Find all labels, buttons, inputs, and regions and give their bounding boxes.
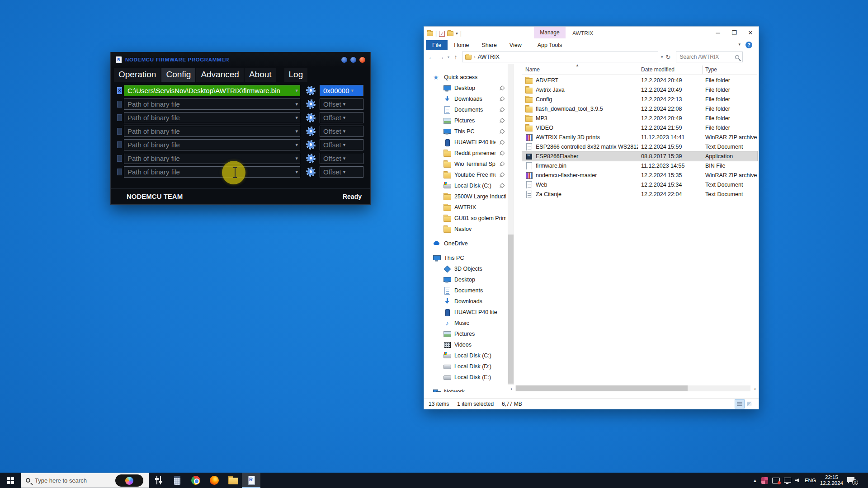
path-dropdown-chevron-icon[interactable]: ▾: [295, 101, 298, 107]
offset-field[interactable]: 0x00000▾: [320, 85, 363, 96]
taskbar-nodemcu-flasher-button[interactable]: [242, 473, 260, 488]
sidebar-item-pictures[interactable]: Pictures: [424, 115, 508, 126]
offset-dropdown-chevron-icon[interactable]: ▾: [343, 142, 346, 148]
gear-icon[interactable]: [306, 154, 316, 163]
sidebar-item-pictures[interactable]: Pictures: [424, 328, 508, 339]
file-row[interactable]: ADVERT12.2.2024 20:49File folder: [522, 75, 757, 85]
scroll-right-icon[interactable]: ›: [751, 386, 759, 391]
gear-icon[interactable]: [306, 167, 316, 177]
sidebar-item-huawei-p40-lite[interactable]: HUAWEI P40 lite: [424, 307, 508, 318]
gear-icon[interactable]: [306, 86, 316, 95]
forward-icon[interactable]: →: [438, 53, 445, 61]
sidebar-item-wio-terminal-spectrur[interactable]: Wio Terminal Spectrur: [424, 159, 508, 169]
row-checkbox[interactable]: [117, 101, 122, 108]
sidebar-item-huawei-p40-lite[interactable]: HUAWEI P40 lite: [424, 137, 508, 148]
file-row[interactable]: flash_download_tool_3.9.512.2.2024 22:08…: [522, 104, 757, 113]
nodemcu-titlebar[interactable]: NODEMCU FIRMWARE PROGRAMMER: [111, 53, 370, 66]
offset-dropdown-chevron-icon[interactable]: ▾: [343, 169, 346, 175]
sidebar-item-downloads[interactable]: Downloads: [424, 94, 508, 104]
offset-dropdown-chevron-icon[interactable]: ▾: [343, 115, 346, 121]
taskbar-file-explorer-button[interactable]: [223, 473, 242, 488]
row-checkbox[interactable]: [117, 128, 122, 135]
tab-log[interactable]: Log: [284, 68, 308, 82]
tab-file[interactable]: File: [426, 40, 448, 50]
offset-field[interactable]: Offset▾: [320, 99, 363, 110]
sidebar-item-3d-objects[interactable]: 3D Objects: [424, 263, 508, 274]
sidebar-item-local-disk-d-[interactable]: Local Disk (D:): [424, 361, 508, 372]
offset-field[interactable]: Offset▾: [320, 153, 363, 164]
offset-field[interactable]: Offset▾: [320, 112, 363, 123]
maximize-button[interactable]: [350, 57, 356, 63]
address-dropdown-chevron-icon[interactable]: ▾: [661, 55, 663, 59]
clock[interactable]: 22:15 12.2.2024: [820, 474, 843, 486]
path-dropdown-chevron-icon[interactable]: ▾: [295, 169, 298, 175]
sidebar-item-this-pc[interactable]: This PC: [424, 253, 508, 263]
binary-path-field[interactable]: Path of binary file▾: [124, 139, 300, 150]
file-row[interactable]: VIDEO12.2.2024 21:59File folder: [522, 123, 757, 132]
help-icon[interactable]: ?: [745, 42, 752, 48]
column-type[interactable]: Type: [705, 65, 717, 75]
minimize-button[interactable]: [341, 57, 347, 63]
tab-home[interactable]: Home: [448, 40, 475, 50]
volume-icon[interactable]: [795, 479, 799, 482]
scrollbar-thumb[interactable]: [516, 385, 688, 391]
screen-share-icon[interactable]: [772, 478, 780, 483]
refresh-icon[interactable]: ↻: [666, 54, 671, 61]
binary-path-field[interactable]: Path of binary file▾: [124, 99, 300, 110]
sidebar-item-gu81-so-golem-primar[interactable]: GU81 so golem Primar: [424, 213, 508, 224]
network-display-icon[interactable]: [784, 478, 791, 483]
horizontal-scrollbar[interactable]: ‹ ›: [508, 385, 759, 392]
ribbon-collapse-chevron-icon[interactable]: ▾: [738, 42, 741, 47]
path-dropdown-chevron-icon[interactable]: ▾: [295, 88, 298, 94]
qat-properties-icon[interactable]: ✓: [439, 31, 445, 37]
sidebar-item-this-pc[interactable]: This PC: [424, 126, 508, 137]
tab-view[interactable]: View: [503, 40, 528, 50]
gear-icon[interactable]: [306, 140, 316, 150]
row-checkbox[interactable]: [117, 155, 122, 162]
explorer-titlebar[interactable]: | ✓ ▾ | Manage AWTRIX ─ ❐ ✕: [424, 27, 759, 40]
path-dropdown-chevron-icon[interactable]: ▾: [295, 115, 298, 121]
binary-path-field[interactable]: Path of binary file▾: [124, 112, 300, 123]
sidebar-item-documents[interactable]: Documents: [424, 104, 508, 115]
file-row[interactable]: Web12.2.2024 15:34Text Document: [522, 180, 757, 189]
offset-field[interactable]: Offset▾: [320, 139, 363, 150]
taskbar-chrome-button[interactable]: [186, 473, 205, 488]
scroll-left-icon[interactable]: ‹: [508, 386, 515, 391]
history-chevron-icon[interactable]: ▾: [448, 55, 449, 59]
offset-field[interactable]: Offset▾: [320, 166, 363, 178]
row-checkbox[interactable]: [117, 169, 122, 175]
file-row[interactable]: Awtrix Java12.2.2024 20:49File folder: [522, 85, 757, 94]
up-icon[interactable]: ↑: [452, 53, 459, 61]
search-box[interactable]: Search AWTRIX: [676, 52, 743, 62]
file-row[interactable]: ESP8266Flasher08.8.2017 15:39Application: [522, 151, 757, 161]
maximize-button[interactable]: ❐: [726, 27, 742, 39]
tray-app-icon[interactable]: [761, 477, 768, 484]
sidebar-item-onedrive[interactable]: OneDrive: [424, 238, 508, 249]
row-checkbox[interactable]: [117, 141, 122, 148]
copilot-button[interactable]: [115, 474, 143, 487]
navigation-scrollbar[interactable]: ▾: [508, 64, 514, 392]
taskbar-calculator-button[interactable]: [168, 473, 186, 488]
column-name[interactable]: Name: [525, 65, 540, 75]
column-date-modified[interactable]: Date modified: [641, 65, 675, 75]
hidden-icons-chevron-icon[interactable]: ▲: [753, 478, 757, 483]
qat-newfolder-icon[interactable]: [447, 31, 453, 36]
path-dropdown-chevron-icon[interactable]: ▾: [295, 128, 298, 134]
tab-advanced[interactable]: Advanced: [196, 68, 244, 82]
offset-field[interactable]: Offset▾: [320, 126, 363, 137]
tab-config[interactable]: Config: [161, 68, 195, 82]
row-checkbox[interactable]: ×: [117, 87, 122, 94]
tab-app-tools[interactable]: App Tools: [534, 40, 566, 50]
binary-path-field[interactable]: C:\Users\ServisNov\Desktop\AWTRIX\firmwa…: [124, 85, 300, 96]
sidebar-item-videos[interactable]: Videos: [424, 339, 508, 350]
taskbar-video-editor-button[interactable]: [149, 473, 168, 488]
offset-dropdown-chevron-icon[interactable]: ▾: [351, 88, 354, 94]
file-row[interactable]: ESP2866 controlled 8x32 matrix WS2812 L.…: [522, 142, 757, 151]
path-dropdown-chevron-icon[interactable]: ▾: [295, 142, 298, 148]
file-row[interactable]: Config12.2.2024 22:13File folder: [522, 94, 757, 104]
tab-share[interactable]: Share: [476, 40, 503, 50]
minimize-button[interactable]: ─: [710, 27, 726, 39]
offset-dropdown-chevron-icon[interactable]: ▾: [343, 128, 346, 134]
details-view-button[interactable]: [735, 400, 744, 408]
start-button[interactable]: [0, 473, 21, 488]
